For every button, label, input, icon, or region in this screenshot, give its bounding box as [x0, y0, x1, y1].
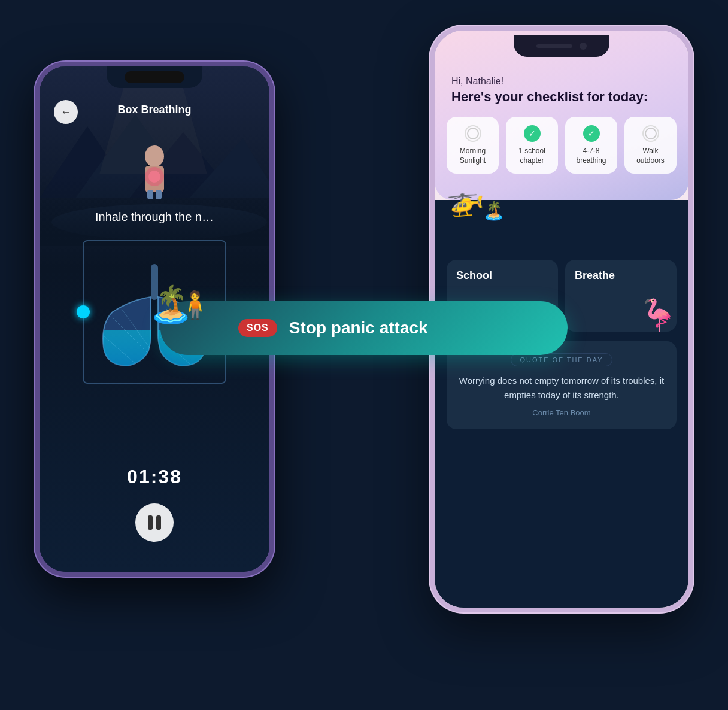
card-check-1: ✓ — [524, 125, 541, 142]
timer-display: 01:38 — [40, 466, 269, 488]
card-label-3: Walk outdoors — [630, 147, 671, 165]
checklist-card-2[interactable]: ✓ 4-7-8 breathing — [565, 117, 617, 174]
inhale-text: Inhale through the n… — [40, 210, 269, 224]
greeting-text: Hi, Nathalie! — [435, 66, 688, 89]
sos-text: Stop panic attack — [289, 318, 428, 338]
quote-label: QUOTE OF THE DAY — [511, 353, 612, 366]
card-label-1: 1 school chapter — [512, 147, 552, 165]
checklist-cards: Morning Sunlight ✓ 1 school chapter ✓ 4-… — [435, 117, 688, 186]
checklist-card-3[interactable]: Walk outdoors — [624, 117, 677, 174]
svg-point-12 — [148, 171, 160, 183]
quote-text: Worrying does not empty tomorrow of its … — [459, 374, 665, 402]
card-label-2: 4-7-8 breathing — [571, 147, 611, 165]
card-label-0: Morning Sunlight — [453, 147, 493, 165]
screen-title: Box Breathing — [40, 104, 269, 116]
breath-dot — [77, 305, 90, 318]
svg-point-9 — [145, 145, 164, 167]
checklist-card-1[interactable]: ✓ 1 school chapter — [506, 117, 558, 174]
breathe-emoji: 🦩 — [637, 297, 677, 332]
quote-author: Corrie Ten Boom — [459, 408, 665, 417]
checklist-title: Here's your checklist for today: — [435, 89, 688, 117]
svg-rect-13 — [147, 190, 153, 199]
phone-notch-left — [107, 66, 202, 88]
checklist-card-0[interactable]: Morning Sunlight — [447, 117, 499, 174]
category-school-title: School — [456, 269, 548, 282]
card-check-3 — [642, 125, 659, 142]
sos-badge: SOS — [238, 319, 277, 337]
category-breathe-title: Breathe — [575, 269, 667, 282]
pause-icon — [148, 515, 161, 530]
card-check-0 — [465, 125, 481, 142]
pause-button[interactable] — [135, 503, 174, 542]
svg-rect-14 — [156, 190, 162, 199]
phone-notch-right — [435, 31, 688, 57]
category-card-breathe[interactable]: Breathe 🦩 — [565, 260, 677, 332]
sos-banner[interactable]: 🏝️ 🧍 SOS Stop panic attack — [160, 301, 568, 355]
card-check-2: ✓ — [583, 125, 600, 142]
